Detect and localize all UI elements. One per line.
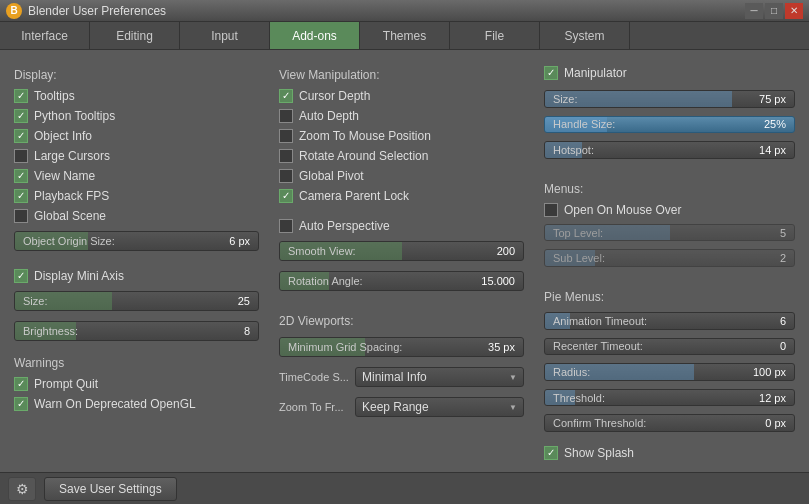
- large-cursors-checkbox[interactable]: [14, 149, 28, 163]
- tab-system[interactable]: System: [540, 22, 630, 49]
- manip-size-slider[interactable]: Size: 75 px: [544, 90, 795, 108]
- confirm-threshold-slider[interactable]: Confirm Threshold: 0 px: [544, 414, 795, 432]
- info-icon: ⚙: [16, 481, 29, 497]
- top-level-slider[interactable]: Top Level: 5: [544, 224, 795, 242]
- minimize-button[interactable]: ─: [745, 3, 763, 19]
- size-row[interactable]: Size: 25: [14, 291, 259, 311]
- display-mini-axis-row[interactable]: Display Mini Axis: [14, 268, 259, 284]
- global-pivot-label: Global Pivot: [299, 169, 364, 183]
- recenter-timeout-slider[interactable]: Recenter Timeout: 0: [544, 338, 795, 356]
- zoom-to-fr-dropdown[interactable]: Keep Range ▼: [355, 397, 524, 417]
- smooth-view-row[interactable]: Smooth View: 200: [279, 241, 524, 261]
- auto-depth-checkbox[interactable]: [279, 109, 293, 123]
- cursor-depth-row[interactable]: Cursor Depth: [279, 88, 524, 104]
- zoom-to-mouse-row[interactable]: Zoom To Mouse Position: [279, 128, 524, 144]
- title-bar-title: Blender User Preferences: [28, 4, 745, 18]
- global-scene-row[interactable]: Global Scene: [14, 208, 259, 224]
- min-grid-row[interactable]: Minimum Grid Spacing: 35 px: [279, 337, 524, 357]
- title-bar: B Blender User Preferences ─ □ ✕: [0, 0, 809, 22]
- tooltips-checkbox[interactable]: [14, 89, 28, 103]
- playback-fps-checkbox[interactable]: [14, 189, 28, 203]
- maximize-button[interactable]: □: [765, 3, 783, 19]
- threshold-slider[interactable]: Threshold: 12 px: [544, 389, 795, 407]
- open-on-mouse-over-row[interactable]: Open On Mouse Over: [544, 202, 795, 218]
- zoom-to-fr-row[interactable]: Zoom To Fr... Keep Range ▼: [279, 397, 524, 417]
- camera-parent-lock-row[interactable]: Camera Parent Lock: [279, 188, 524, 204]
- prompt-quit-label: Prompt Quit: [34, 377, 98, 391]
- manipulator-checkbox[interactable]: [544, 66, 558, 80]
- warn-deprecated-checkbox[interactable]: [14, 397, 28, 411]
- auto-depth-row[interactable]: Auto Depth: [279, 108, 524, 124]
- warn-deprecated-row[interactable]: Warn On Deprecated OpenGL: [14, 396, 259, 412]
- tab-editing[interactable]: Editing: [90, 22, 180, 49]
- object-origin-slider[interactable]: Object Origin Size: 6 px: [14, 231, 259, 251]
- manipulator-label: Manipulator: [564, 66, 627, 80]
- zoom-to-mouse-label: Zoom To Mouse Position: [299, 129, 431, 143]
- rotate-around-selection-label: Rotate Around Selection: [299, 149, 428, 163]
- column-view: View Manipulation: Cursor Depth Auto Dep…: [279, 62, 524, 460]
- timecode-arrow-icon: ▼: [509, 373, 517, 382]
- viewports-2d-label: 2D Viewports:: [279, 314, 524, 328]
- tab-themes[interactable]: Themes: [360, 22, 450, 49]
- animation-timeout-slider[interactable]: Animation Timeout: 6: [544, 312, 795, 330]
- display-section-label: Display:: [14, 68, 259, 82]
- size-slider[interactable]: Size: 25: [14, 291, 259, 311]
- auto-persp-checkbox[interactable]: [279, 219, 293, 233]
- prompt-quit-row[interactable]: Prompt Quit: [14, 376, 259, 392]
- global-pivot-checkbox[interactable]: [279, 169, 293, 183]
- display-mini-axis-label: Display Mini Axis: [34, 269, 124, 283]
- close-button[interactable]: ✕: [785, 3, 803, 19]
- main-content: Display: Tooltips Python Tooltips Object…: [0, 50, 809, 472]
- timecode-label: TimeCode S...: [279, 371, 349, 383]
- timecode-dropdown[interactable]: Minimal Info ▼: [355, 367, 524, 387]
- global-pivot-row[interactable]: Global Pivot: [279, 168, 524, 184]
- object-info-checkbox[interactable]: [14, 129, 28, 143]
- view-name-row[interactable]: View Name: [14, 168, 259, 184]
- open-on-mouse-over-checkbox[interactable]: [544, 203, 558, 217]
- brightness-row[interactable]: Brightness: 8: [14, 321, 259, 341]
- hotspot-slider[interactable]: Hotspot: 14 px: [544, 141, 795, 159]
- auto-persp-row[interactable]: Auto Perspective: [279, 218, 524, 234]
- cursor-depth-checkbox[interactable]: [279, 89, 293, 103]
- tab-interface[interactable]: Interface: [0, 22, 90, 49]
- timecode-row[interactable]: TimeCode S... Minimal Info ▼: [279, 367, 524, 387]
- python-tooltips-checkbox[interactable]: [14, 109, 28, 123]
- prompt-quit-checkbox[interactable]: [14, 377, 28, 391]
- playback-fps-row[interactable]: Playback FPS: [14, 188, 259, 204]
- tab-input[interactable]: Input: [180, 22, 270, 49]
- python-tooltips-label: Python Tooltips: [34, 109, 115, 123]
- rotate-around-selection-row[interactable]: Rotate Around Selection: [279, 148, 524, 164]
- view-name-label: View Name: [34, 169, 95, 183]
- rotation-angle-slider[interactable]: Rotation Angle: 15.000: [279, 271, 524, 291]
- view-name-checkbox[interactable]: [14, 169, 28, 183]
- tooltips-row[interactable]: Tooltips: [14, 88, 259, 104]
- window-controls: ─ □ ✕: [745, 3, 803, 19]
- object-origin-row[interactable]: Object Origin Size: 6 px: [14, 231, 259, 251]
- display-mini-axis-checkbox[interactable]: [14, 269, 28, 283]
- rotation-angle-row[interactable]: Rotation Angle: 15.000: [279, 271, 524, 291]
- rotate-around-selection-checkbox[interactable]: [279, 149, 293, 163]
- footer: ⚙ Save User Settings: [0, 472, 809, 504]
- zoom-to-mouse-checkbox[interactable]: [279, 129, 293, 143]
- tab-file[interactable]: File: [450, 22, 540, 49]
- show-splash-row[interactable]: Show Splash: [544, 446, 795, 460]
- footer-icon-button[interactable]: ⚙: [8, 477, 36, 501]
- handle-size-slider[interactable]: Handle Size: 25%: [544, 116, 795, 134]
- manipulator-header: Manipulator: [544, 66, 795, 80]
- view-manip-label: View Manipulation:: [279, 68, 524, 82]
- app-icon: B: [6, 3, 22, 19]
- save-button[interactable]: Save User Settings: [44, 477, 177, 501]
- large-cursors-row[interactable]: Large Cursors: [14, 148, 259, 164]
- tab-addons[interactable]: Add-ons: [270, 22, 360, 49]
- show-splash-checkbox[interactable]: [544, 446, 558, 460]
- camera-parent-lock-checkbox[interactable]: [279, 189, 293, 203]
- radius-slider[interactable]: Radius: 100 px: [544, 363, 795, 381]
- global-scene-checkbox[interactable]: [14, 209, 28, 223]
- python-tooltips-row[interactable]: Python Tooltips: [14, 108, 259, 124]
- camera-parent-lock-label: Camera Parent Lock: [299, 189, 409, 203]
- smooth-view-slider[interactable]: Smooth View: 200: [279, 241, 524, 261]
- min-grid-slider[interactable]: Minimum Grid Spacing: 35 px: [279, 337, 524, 357]
- sub-level-slider[interactable]: Sub Level: 2: [544, 249, 795, 267]
- object-info-row[interactable]: Object Info: [14, 128, 259, 144]
- brightness-slider[interactable]: Brightness: 8: [14, 321, 259, 341]
